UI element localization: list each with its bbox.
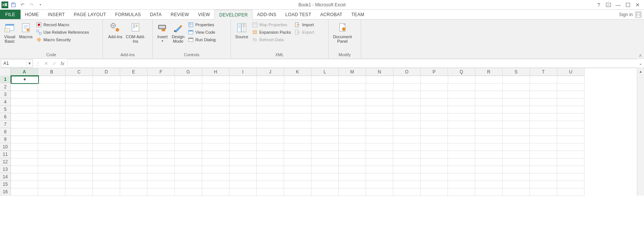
cell[interactable] — [65, 181, 93, 188]
cell[interactable] — [475, 136, 503, 143]
cell[interactable] — [503, 106, 530, 114]
cell[interactable] — [93, 188, 120, 196]
cell[interactable] — [120, 121, 147, 128]
map-properties-button[interactable]: Map Properties — [252, 22, 291, 28]
cell[interactable] — [175, 136, 202, 143]
cell[interactable] — [202, 76, 230, 84]
cell[interactable] — [311, 136, 339, 143]
refresh-data-button[interactable]: Refresh Data — [252, 37, 291, 43]
cell[interactable] — [147, 151, 175, 158]
cell[interactable] — [11, 83, 38, 91]
cell[interactable] — [421, 158, 448, 166]
cell[interactable] — [530, 113, 557, 121]
cell[interactable] — [393, 151, 421, 158]
cell[interactable] — [311, 181, 339, 188]
cell[interactable] — [284, 121, 311, 128]
cell[interactable] — [229, 83, 257, 91]
cell[interactable] — [475, 106, 503, 114]
cell[interactable] — [503, 121, 530, 128]
cell[interactable] — [366, 113, 393, 121]
cell[interactable] — [503, 173, 530, 181]
cell[interactable] — [147, 121, 175, 128]
cell[interactable] — [311, 83, 339, 91]
design-mode-button[interactable]: Design Mode — [170, 20, 186, 43]
cell[interactable] — [147, 83, 175, 91]
cell[interactable] — [393, 136, 421, 143]
cell[interactable] — [202, 91, 229, 99]
cell[interactable] — [448, 173, 475, 181]
row-header[interactable]: 12 — [0, 158, 11, 166]
cell[interactable] — [503, 76, 530, 84]
cell[interactable] — [421, 188, 448, 196]
cell[interactable] — [393, 83, 421, 91]
cell[interactable] — [93, 158, 120, 166]
insert-function-icon[interactable]: fx — [58, 61, 67, 66]
cell[interactable] — [202, 98, 229, 106]
cell[interactable] — [65, 128, 93, 136]
cell[interactable] — [421, 91, 448, 99]
cell[interactable] — [120, 98, 147, 106]
cell[interactable] — [339, 151, 366, 158]
cell[interactable] — [257, 181, 284, 188]
cell[interactable] — [120, 76, 148, 84]
cell[interactable] — [311, 113, 339, 121]
cell[interactable] — [202, 173, 229, 181]
cell[interactable] — [11, 91, 38, 99]
cell[interactable] — [503, 143, 530, 151]
cell[interactable] — [530, 181, 557, 188]
cell[interactable] — [38, 121, 65, 128]
cell[interactable] — [93, 181, 120, 188]
tab-data[interactable]: DATA — [146, 10, 166, 19]
cell[interactable] — [284, 166, 311, 173]
name-box[interactable]: A1 ▾ — [1, 59, 33, 67]
cell[interactable] — [38, 181, 65, 188]
cell[interactable] — [93, 106, 120, 114]
cell[interactable] — [557, 113, 585, 121]
cell[interactable] — [147, 143, 175, 151]
tab-view[interactable]: VIEW — [193, 10, 214, 19]
cell[interactable] — [530, 76, 558, 84]
cell[interactable] — [257, 151, 284, 158]
cell[interactable] — [475, 91, 503, 99]
cell[interactable] — [339, 166, 366, 173]
row-header[interactable]: 8 — [0, 128, 11, 136]
cell[interactable] — [448, 143, 475, 151]
cell[interactable] — [38, 106, 65, 114]
cell[interactable] — [284, 76, 312, 84]
cell[interactable] — [339, 181, 366, 188]
cell[interactable] — [120, 136, 147, 143]
cell[interactable] — [530, 91, 557, 99]
cell[interactable] — [448, 128, 475, 136]
cell[interactable] — [284, 128, 311, 136]
cell[interactable] — [475, 113, 503, 121]
cell[interactable] — [120, 106, 147, 114]
cell[interactable] — [229, 166, 257, 173]
macros-button[interactable]: Macros — [17, 20, 34, 39]
select-all-corner[interactable] — [0, 68, 11, 76]
cell[interactable] — [93, 83, 120, 91]
cell[interactable] — [311, 173, 339, 181]
cell[interactable] — [366, 98, 393, 106]
cell[interactable] — [421, 76, 448, 84]
fx-options-icon[interactable]: ⋮ — [34, 61, 42, 66]
cell[interactable] — [530, 151, 557, 158]
cell[interactable] — [530, 188, 557, 196]
cell[interactable] — [557, 143, 585, 151]
cell[interactable] — [120, 91, 147, 99]
cell[interactable] — [202, 181, 229, 188]
cell[interactable] — [475, 181, 503, 188]
cell[interactable] — [503, 113, 530, 121]
cell[interactable] — [339, 106, 366, 114]
cell[interactable] — [393, 91, 421, 99]
cell[interactable] — [476, 76, 503, 84]
cell[interactable] — [11, 151, 38, 158]
cell[interactable] — [120, 166, 147, 173]
cell[interactable] — [557, 158, 585, 166]
add-ins-button[interactable]: Add-Ins — [105, 20, 125, 39]
cell[interactable] — [11, 173, 38, 181]
cell[interactable] — [38, 83, 65, 91]
cell[interactable] — [366, 76, 394, 84]
formula-input[interactable] — [67, 59, 637, 67]
cell[interactable] — [175, 121, 202, 128]
ribbon-display-options-icon[interactable] — [605, 1, 612, 8]
